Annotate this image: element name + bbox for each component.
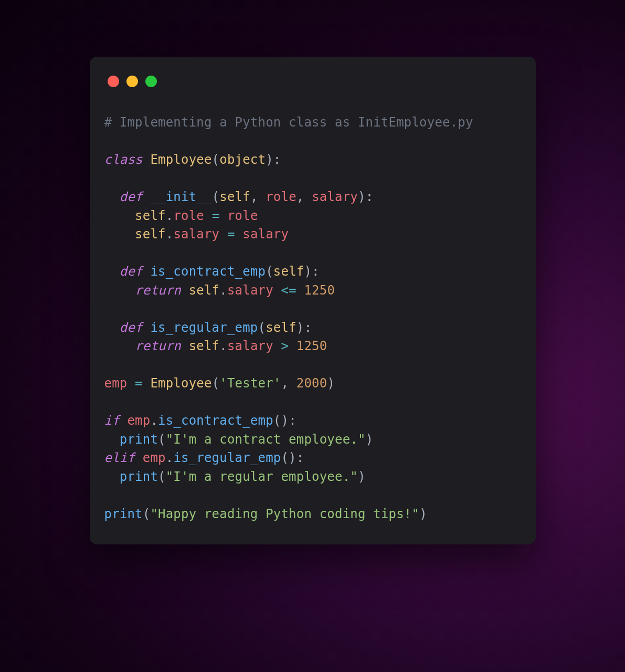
method-is-contract: is_contract_emp — [150, 264, 266, 279]
builtin-print: print — [120, 432, 158, 447]
code-comment: # Implementing a Python class as InitEmp… — [104, 115, 473, 130]
operator-gt: > — [281, 339, 289, 353]
close-icon[interactable] — [108, 76, 119, 87]
identifier-emp: emp — [104, 376, 128, 391]
minimize-icon[interactable] — [126, 76, 138, 87]
string-regular: "I'm a regular employee." — [166, 469, 358, 484]
method-init: __init__ — [150, 190, 211, 204]
zoom-icon[interactable] — [145, 76, 157, 87]
class-name: Employee — [150, 152, 211, 167]
string-happy: "Happy reading Python coding tips!" — [150, 507, 419, 521]
operator-le: <= — [281, 283, 296, 298]
keyword-class: class — [104, 152, 143, 167]
keyword-def: def — [120, 190, 143, 204]
window-traffic-lights — [108, 76, 521, 87]
string-contract: "I'm a contract employee." — [166, 432, 366, 447]
param-salary: salary — [312, 190, 358, 204]
param-self: self — [219, 190, 250, 204]
keyword-if: if — [104, 413, 120, 428]
string-tester: 'Tester' — [219, 376, 281, 391]
param-role: role — [266, 190, 296, 204]
code-block: # Implementing a Python class as InitEmp… — [104, 113, 521, 523]
number-2000: 2000 — [296, 376, 327, 391]
keyword-return: return — [135, 283, 181, 298]
keyword-elif: elif — [104, 450, 135, 465]
builtin-object: object — [219, 152, 266, 167]
code-window: # Implementing a Python class as InitEmp… — [90, 57, 536, 544]
number-1250: 1250 — [304, 283, 335, 298]
method-is-regular: is_regular_emp — [150, 320, 258, 335]
